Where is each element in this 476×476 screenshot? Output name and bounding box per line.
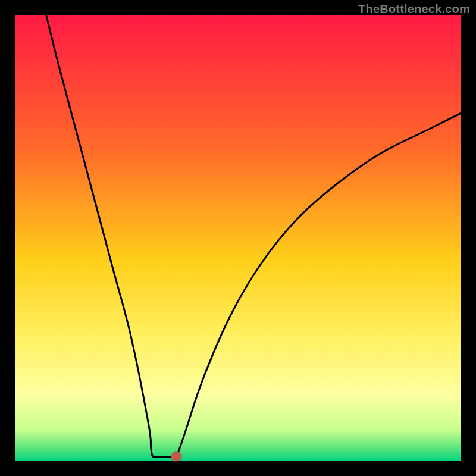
gradient-background — [15, 15, 461, 461]
plot-area — [15, 15, 461, 461]
chart-frame: TheBottleneck.com — [0, 0, 476, 476]
watermark-label: TheBottleneck.com — [358, 2, 470, 16]
bottleneck-chart — [15, 15, 461, 461]
